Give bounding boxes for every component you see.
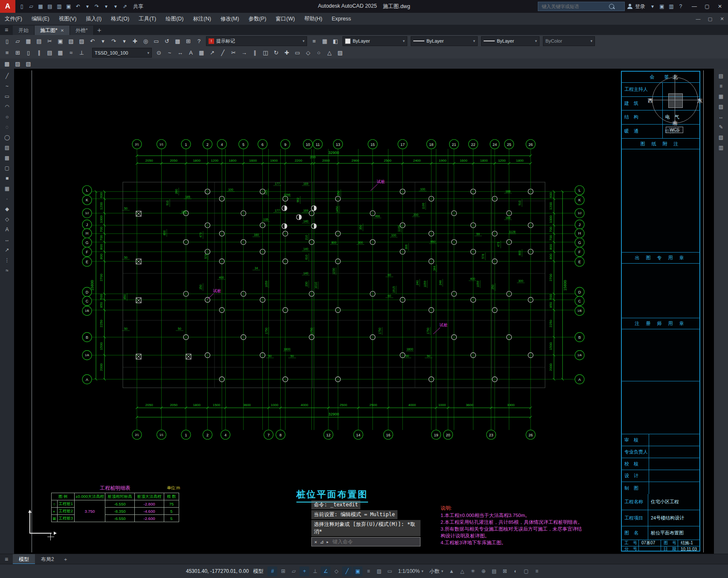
revcloud-tool-icon[interactable]: ◌ <box>2 122 13 132</box>
isodraft-icon[interactable]: ◇ <box>331 566 341 576</box>
redo-icon[interactable]: ↷ <box>108 36 119 46</box>
cad-drawing[interactable]: 3290020502050180012001800160019002200200… <box>14 69 714 554</box>
stair-tool-icon[interactable]: ≈ <box>66 48 76 58</box>
tssd-menu-icon[interactable]: ≡ <box>2 48 12 58</box>
zoom-window-icon[interactable]: ▭ <box>151 36 162 46</box>
layer-states-icon[interactable]: ▦ <box>319 36 330 46</box>
menu-item-标注N[interactable]: 标注(N) <box>189 13 216 25</box>
selection-cycling-icon[interactable]: ▭ <box>385 566 394 576</box>
close-tab-icon[interactable]: ✕ <box>61 28 64 33</box>
cart-icon[interactable]: ▥ <box>667 1 676 12</box>
snap-mode-icon[interactable]: ⊞ <box>278 566 288 576</box>
copy-icon[interactable]: ▣ <box>55 36 66 46</box>
menu-item-帮助H[interactable]: 帮助(H) <box>299 13 327 25</box>
compass-center[interactable] <box>668 93 683 108</box>
pan-icon[interactable]: ✚ <box>130 36 140 46</box>
compass-north-label[interactable]: 北 <box>673 74 678 81</box>
layout-menu-icon[interactable]: ≡ <box>0 554 13 564</box>
break-tool-icon[interactable]: ╱ <box>218 48 228 58</box>
compass-west-label[interactable]: 西 <box>648 97 653 105</box>
maximize-button[interactable]: ▢ <box>701 0 713 13</box>
undo-dropdown-icon[interactable]: ▾ <box>83 1 92 12</box>
menu-item-Express[interactable]: Express <box>327 13 356 25</box>
open-web-icon[interactable]: ▤ <box>45 1 55 12</box>
leader-tool-icon[interactable]: ↗ <box>2 245 13 255</box>
tssd-layer-icon[interactable]: ▨ <box>12 58 23 69</box>
doc-restore-button[interactable]: ▢ <box>704 13 716 24</box>
polar-tracking-icon[interactable]: ∠ <box>321 566 331 576</box>
polygon-tool-icon[interactable]: ◇ <box>303 48 313 58</box>
properties-panel-icon[interactable]: ▤ <box>716 71 727 81</box>
doc-minimize-button[interactable]: — <box>692 13 704 24</box>
rebar-tool-icon[interactable]: ~ <box>164 48 175 58</box>
match-properties-icon[interactable]: ▨ <box>76 36 87 46</box>
column-tool-icon[interactable]: ▯ <box>23 48 34 58</box>
point-tool-icon[interactable]: ∙ <box>2 194 13 203</box>
command-input[interactable] <box>331 538 397 545</box>
annotation-monitor-icon[interactable]: ⊕ <box>479 566 488 576</box>
table-tool-icon[interactable]: ▦ <box>196 48 207 58</box>
share-button[interactable]: 共享 <box>133 3 143 10</box>
layers-panel-icon[interactable]: ≡ <box>716 81 727 91</box>
search-input[interactable] <box>541 3 606 9</box>
object-isolate-icon[interactable]: ◐ <box>510 566 520 576</box>
infer-constraints-icon[interactable]: ▱ <box>289 566 299 576</box>
login-label[interactable]: 登录 <box>635 3 645 10</box>
add-layout-button[interactable]: ＋ <box>60 555 71 564</box>
undo-icon[interactable]: ↶ <box>73 1 83 12</box>
save-icon[interactable]: ▦ <box>23 36 34 46</box>
hint-marker-combo[interactable]: ! 提示标记 <box>206 36 307 46</box>
wedge-tool-icon[interactable]: △ <box>324 48 335 58</box>
annotation-scale-combo[interactable]: 1:1/100% <box>395 566 426 576</box>
compass-east-label[interactable]: 东 <box>697 97 702 105</box>
wcs-label[interactable]: WCS <box>666 127 683 133</box>
spline-tool-icon[interactable]: ≈ <box>2 265 13 275</box>
hatch-panel-icon[interactable]: ▨ <box>716 102 727 111</box>
units-combo[interactable]: 小数 <box>427 566 446 576</box>
file-tab-施工图[interactable]: 施工图*✕ <box>35 26 70 35</box>
autoscale-icon[interactable]: △ <box>457 566 467 576</box>
lock-ui-icon[interactable]: ⊠ <box>500 566 510 576</box>
view-compass[interactable]: 北 南 西 东 WCS <box>650 75 701 126</box>
layer-isolate-icon[interactable]: ◧ <box>330 36 341 46</box>
save-web-icon[interactable]: ▥ <box>55 1 64 12</box>
menu-item-视图V[interactable]: 视图(V) <box>54 13 81 25</box>
hatch-tool-icon[interactable]: ▨ <box>2 142 13 152</box>
markup-panel-icon[interactable]: ✎ <box>716 122 727 132</box>
open-file-icon[interactable]: ▱ <box>26 1 36 12</box>
doc-close-button[interactable]: ✕ <box>716 13 728 24</box>
app-store-icon[interactable]: ▣ <box>657 1 667 12</box>
save-icon[interactable]: ▦ <box>36 1 45 12</box>
clean-screen-icon[interactable]: ▢ <box>521 566 531 576</box>
redo-list-icon[interactable]: ▾ <box>119 36 130 46</box>
color-control[interactable]: ByLayer <box>342 36 407 46</box>
layout-tab-布局2[interactable]: 布局2 <box>35 554 60 564</box>
leader-tool-icon[interactable]: ↗ <box>207 48 218 58</box>
ellipse-tool-icon[interactable]: ◯ <box>2 132 13 142</box>
cmd-tools-icon[interactable]: ⊿ <box>320 539 324 545</box>
workspace-switch-icon[interactable]: ✳ <box>468 566 478 576</box>
wall-tool-icon[interactable]: ▤ <box>44 48 55 58</box>
dimension-tool-icon[interactable]: ↔ <box>2 235 13 244</box>
beam-tool-icon[interactable]: ∥ <box>34 48 44 58</box>
sheetset-panel-icon[interactable]: ▧ <box>716 132 727 142</box>
tssd-display-icon[interactable]: ▧ <box>23 58 34 69</box>
circle-tool-icon[interactable]: ○ <box>313 48 324 58</box>
menu-item-工具T[interactable]: 工具(T) <box>134 13 161 25</box>
search-box[interactable] <box>538 2 625 11</box>
drawing-canvas[interactable]: 3290020502050180012001800160019002200200… <box>14 69 714 554</box>
lineweight-display-icon[interactable]: ≡ <box>363 566 373 576</box>
menu-item-文件F[interactable]: 文件(F) <box>0 13 27 25</box>
help-icon[interactable]: ? <box>676 1 685 12</box>
hatch-tool-icon[interactable]: ▨ <box>335 48 345 58</box>
foundation-tool-icon[interactable]: ⊥ <box>76 48 87 58</box>
pile-tool-icon[interactable]: ⊙ <box>154 48 164 58</box>
measure-panel-icon[interactable]: ↔ <box>716 112 727 122</box>
polyline-tool-icon[interactable]: ~ <box>2 81 13 91</box>
gradient-tool-icon[interactable]: ▩ <box>2 153 13 163</box>
menu-item-窗口W[interactable]: 窗口(W) <box>271 13 299 25</box>
file-tab-外檐[interactable]: 外檐* <box>70 26 94 35</box>
offset-tool-icon[interactable]: ∥ <box>249 48 260 58</box>
text-tool-icon[interactable]: A <box>186 48 196 58</box>
cmd-recent-icon[interactable]: ▸ <box>326 539 329 545</box>
